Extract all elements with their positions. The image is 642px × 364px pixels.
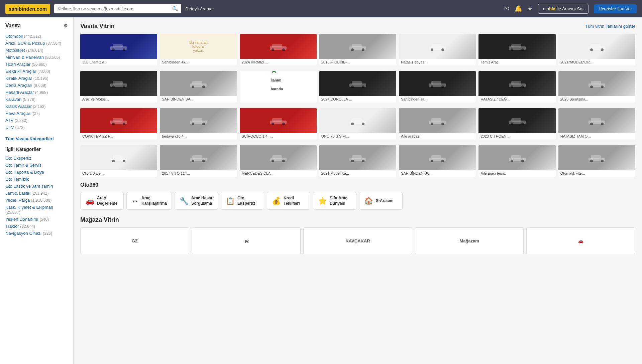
vitrin-item[interactable]: 2023 CİTROEN ... bbox=[478, 108, 555, 140]
svg-point-75 bbox=[601, 123, 604, 125]
vitrin-item-label: UNO 70 S SIFI... bbox=[319, 133, 396, 140]
vitrin-item-label: Otomatik vite... bbox=[558, 170, 635, 177]
search-input[interactable] bbox=[58, 6, 170, 11]
magaza-item[interactable]: 🚗 bbox=[526, 227, 635, 254]
oto360-item[interactable]: 🔧 Araç Hasar Sorgulama bbox=[175, 192, 218, 210]
site-logo[interactable]: sahibinden.com bbox=[5, 4, 50, 14]
oto360-item[interactable]: 🏠 S-Aracım bbox=[359, 192, 403, 210]
vitrin-item-image bbox=[478, 34, 555, 59]
sidebar-related-item[interactable]: Kask, Kıyafet & Ekipman (25.867) bbox=[5, 204, 68, 216]
car-silhouette-icon bbox=[188, 116, 208, 126]
vitrin-item-label: Aile aracı temiz bbox=[478, 170, 555, 177]
vitrin-item[interactable]: Clio 1.0 tce ... bbox=[80, 145, 157, 177]
vitrin-item-label: 2021 Model Ka... bbox=[319, 170, 396, 177]
vitrin-item[interactable]: SAHİBİNDEN SA... bbox=[160, 71, 237, 103]
vitrin-item[interactable]: ÇOKK TEMİZZ F... bbox=[80, 108, 157, 140]
sidebar-related-item[interactable]: Yedek Parça (1.910.508) bbox=[5, 197, 68, 204]
sidebar-category-item[interactable]: Minivan & Panelvan (86.565) bbox=[5, 54, 68, 61]
show-all-link[interactable]: Tüm vitrin ilanlarını göster bbox=[585, 24, 635, 29]
sidebar-category-item[interactable]: Ticari Araçlar (56.860) bbox=[5, 61, 68, 68]
sidebar-related-item[interactable]: Oto Tamir & Servis bbox=[5, 162, 68, 169]
vitrin-item-image bbox=[558, 34, 635, 59]
vitrin-item[interactable]: SCİROCCO 1.4_... bbox=[240, 108, 317, 140]
vitrin-item[interactable]: 2024 KIRMIZI ... bbox=[240, 34, 317, 65]
search-icon[interactable]: 🔍 bbox=[172, 6, 178, 11]
sidebar-related-item[interactable]: Traktör (32.644) bbox=[5, 223, 68, 230]
bell-icon[interactable]: 🔔 bbox=[515, 5, 522, 12]
svg-rect-29 bbox=[192, 81, 202, 84]
vitrin-item[interactable]: 2021 Model Ka... bbox=[319, 145, 396, 177]
vitrin-item[interactable]: Temiz Araç bbox=[478, 34, 555, 65]
oto360-item-label: Araç Karşılaştırma bbox=[141, 196, 167, 206]
sidebar-category-item[interactable]: Arazi, SUV & Pickup (87.564) bbox=[5, 40, 68, 47]
sidebar-related-item[interactable]: Yelken Donanımı (540) bbox=[5, 216, 68, 223]
vitrin-item[interactable]: HATASIZ / DEĞ... bbox=[478, 71, 555, 103]
mail-icon[interactable]: ✉ bbox=[504, 5, 509, 12]
vitrin-item[interactable]: HATASIZ TAM O... bbox=[558, 108, 635, 140]
vitrin-item[interactable]: Aile arabası bbox=[399, 108, 476, 140]
ilan-button[interactable]: Ücretsiz* İlan Ver bbox=[594, 4, 637, 13]
vitrin-item[interactable]: Sahibinden sa... bbox=[399, 71, 476, 103]
sidebar-category-item[interactable]: Motosiklet (146.614) bbox=[5, 47, 68, 54]
sidebar-related-item[interactable]: Navigasyon Cihazı (326) bbox=[5, 230, 68, 237]
sidebar-category-item[interactable]: Klasik Araçlar (2.162) bbox=[5, 103, 68, 110]
magaza-item[interactable]: 🏍 bbox=[192, 227, 301, 254]
vitrin-item[interactable]: Bu ilana aitfotoğrafyoktur.Sahibinden 4x… bbox=[160, 34, 237, 65]
sidebar-category-item[interactable]: Hasarlı Araçlar (4.988) bbox=[5, 89, 68, 96]
sidebar-related-item[interactable]: Oto Temizlik bbox=[5, 176, 68, 183]
sidebar-category-item[interactable]: Hava Araçları (27) bbox=[5, 110, 68, 117]
sidebar-related-item[interactable]: Oto Lastik ve Jant Tamiri bbox=[5, 183, 68, 190]
vitrin-item-label: Araç ve Motos... bbox=[80, 96, 157, 103]
sidebar-category-item[interactable]: Elektrikli Araçlar (7.000) bbox=[5, 68, 68, 75]
sidebar-related-item[interactable]: Oto Kaporta & Boya bbox=[5, 169, 68, 176]
sidebar-category-item[interactable]: Deniz Araçları (9.669) bbox=[5, 82, 68, 89]
svg-point-42 bbox=[511, 85, 513, 88]
filter-icon[interactable]: ⚙ bbox=[64, 23, 68, 28]
oto360-item[interactable]: ⭐ Sıfır Araç Dünyası bbox=[313, 192, 356, 210]
magaza-logo: 🚗 bbox=[578, 238, 583, 243]
sidebar-category-item[interactable]: ATV (3.280) bbox=[5, 117, 68, 124]
oto360-item[interactable]: 🚗 Araç Değerleme bbox=[80, 192, 124, 210]
vitrin-item[interactable]: 2017 VİTO 114... bbox=[160, 145, 237, 177]
vitrin-item[interactable]: 350 L temiz a... bbox=[80, 34, 157, 65]
svg-point-98 bbox=[511, 160, 513, 162]
vitrin-item[interactable]: Aile aracı temiz bbox=[478, 145, 555, 177]
sidebar-related-item[interactable]: Jant & Lastik (261.941) bbox=[5, 190, 68, 197]
svg-point-47 bbox=[601, 85, 604, 88]
vitrin-item[interactable]: bedava clio 4... bbox=[160, 108, 237, 140]
oto360-item[interactable]: 💰 Kredi Teklifleri bbox=[267, 192, 310, 210]
vitrin-item[interactable]: Hatasız boyas... bbox=[399, 34, 476, 65]
magaza-item[interactable]: Mağazam bbox=[415, 227, 524, 254]
svg-point-90 bbox=[351, 160, 354, 162]
vitrin-item[interactable]: Araç ve Motos... bbox=[80, 71, 157, 103]
vitrin-item[interactable]: 2024 COROLLA ... bbox=[319, 71, 396, 103]
svg-point-22 bbox=[590, 48, 593, 51]
all-categories-link[interactable]: Tüm Vasıta Kategorileri bbox=[5, 136, 68, 141]
star-icon[interactable]: ★ bbox=[527, 5, 533, 12]
sidebar-category-item[interactable]: Kiralık Araçlar (10.196) bbox=[5, 75, 68, 82]
vitrin-item-image bbox=[558, 145, 635, 170]
svg-point-19 bbox=[521, 48, 524, 51]
magaza-item[interactable]: GZ bbox=[80, 227, 189, 254]
car-silhouette-icon bbox=[427, 41, 447, 51]
detailed-search-link[interactable]: Detaylı Arama bbox=[185, 6, 213, 11]
svg-rect-89 bbox=[352, 155, 362, 159]
vitrin-item[interactable]: ★İlanımburadayer alsın bbox=[240, 71, 317, 103]
sidebar-category-item[interactable]: Karavan (5.779) bbox=[5, 96, 68, 103]
vitrin-item[interactable]: MERCEDES CLA ... bbox=[240, 145, 317, 177]
vitrin-item[interactable]: UNO 70 S SIFI... bbox=[319, 108, 396, 140]
svg-point-38 bbox=[431, 85, 433, 88]
oto360-item-icon: 💰 bbox=[272, 197, 281, 205]
vitrin-item[interactable]: SAHİBİNDEN SU... bbox=[399, 145, 476, 177]
vitrin-item[interactable]: Otomatik vite... bbox=[558, 145, 635, 177]
sidebar-category-item[interactable]: UTV (572) bbox=[5, 124, 68, 131]
vitrin-item[interactable]: 2023 Sportsma... bbox=[558, 71, 635, 103]
otobid-button[interactable]: otobid ile Aracını Sat bbox=[538, 4, 588, 14]
vitrin-item[interactable]: 2015-HİGLİNE-... bbox=[319, 34, 396, 65]
magaza-item[interactable]: KAVÇAKAR bbox=[303, 227, 412, 254]
vitrin-item[interactable]: 2021*MODEL*OP... bbox=[558, 34, 635, 65]
oto360-item[interactable]: ↔️ Araç Karşılaştırma bbox=[126, 192, 172, 210]
sidebar-category-item[interactable]: Otomobil (442.312) bbox=[5, 33, 68, 40]
oto360-item[interactable]: 📋 Oto Ekspertiz bbox=[221, 192, 264, 210]
sidebar-related-item[interactable]: Oto Ekspertiz bbox=[5, 155, 68, 162]
